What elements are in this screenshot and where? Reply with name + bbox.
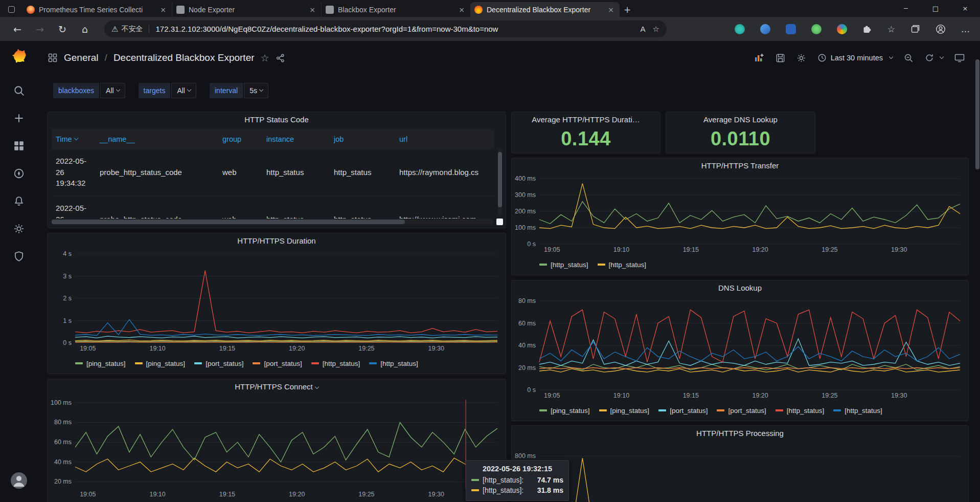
refresh-interval-caret-icon[interactable]	[940, 55, 944, 59]
legend-item[interactable]: [port_status]	[194, 360, 243, 367]
legend-item[interactable]: [http_status]	[598, 261, 647, 269]
alerting-bell-icon[interactable]	[8, 190, 30, 212]
legend-item[interactable]: [port_status]	[658, 407, 708, 414]
tab-close-icon[interactable]: ×	[606, 6, 616, 14]
legend-item[interactable]: [http_status]	[833, 407, 882, 414]
breadcrumb-folder[interactable]: General	[64, 52, 99, 63]
panel-title[interactable]: HTTP Status Code	[48, 112, 506, 127]
configuration-gear-icon[interactable]	[8, 217, 30, 240]
profile-icon[interactable]	[936, 24, 946, 34]
collections-icon[interactable]	[910, 24, 920, 34]
share-icon[interactable]	[276, 53, 285, 63]
panel-title[interactable]: HTTP/HTTPS Duration	[48, 233, 506, 249]
minimize-icon[interactable]: ─	[891, 0, 921, 17]
panel-title[interactable]: HTTP/HTTPS Processing	[512, 426, 968, 441]
refresh-icon[interactable]: ↻	[51, 20, 74, 38]
favorites-icon[interactable]: ☆	[887, 24, 895, 34]
table-cell: http_status	[330, 211, 395, 219]
table-column-header[interactable]: job	[330, 135, 395, 143]
legend-item[interactable]: [ping_status]	[135, 360, 186, 367]
table-column-header[interactable]: group	[218, 135, 262, 143]
url-text[interactable]: 172.31.2.102:3000/d/NgEq8C0Zz/decentrali…	[155, 25, 633, 33]
variable-value-dropdown[interactable]: All	[100, 83, 125, 98]
star-dashboard-icon[interactable]: ☆	[261, 52, 269, 63]
zoom-out-icon[interactable]	[904, 53, 914, 63]
dashboards-icon[interactable]	[8, 135, 30, 157]
panel-title[interactable]: Average HTTP/HTTPS Durati…	[512, 112, 660, 127]
variable-value-dropdown[interactable]: All	[171, 83, 196, 98]
security-label[interactable]: 不安全	[121, 25, 143, 34]
dashboard-settings-gear-icon[interactable]	[796, 53, 806, 63]
add-panel-icon[interactable]	[754, 53, 764, 63]
cycle-view-monitor-icon[interactable]	[954, 53, 965, 63]
save-icon[interactable]	[776, 53, 785, 63]
scrollbar-corner[interactable]	[496, 219, 503, 225]
processing-chart[interactable]: 800 ms19:0519:1019:1519:2019:2519:30	[515, 442, 965, 502]
dashboard-title[interactable]: Decentralized Blackbox Exporter	[113, 52, 255, 63]
table-column-header[interactable]: instance	[262, 135, 330, 143]
chart-legend: [ping_status][ping_status][port_status][…	[75, 358, 502, 368]
server-admin-shield-icon[interactable]	[8, 245, 30, 268]
grafana-logo[interactable]	[10, 47, 28, 66]
tab-actions-icon[interactable]	[0, 2, 22, 17]
forward-icon[interactable]: →	[29, 20, 51, 38]
refresh-dashboard-icon[interactable]	[925, 53, 934, 62]
extension-icon-2[interactable]	[760, 24, 770, 34]
add-favorite-icon[interactable]: ☆	[653, 25, 659, 34]
extension-icon-3[interactable]	[786, 24, 796, 34]
back-icon[interactable]: ←	[6, 20, 29, 38]
settings-menu-icon[interactable]: …	[961, 24, 970, 34]
browser-tab[interactable]: Decentralized Blackbox Exporter ×	[470, 2, 620, 17]
legend-item[interactable]: [port_status]	[253, 360, 302, 367]
maximize-icon[interactable]: □	[921, 0, 950, 17]
tab-close-icon[interactable]: ×	[457, 6, 466, 14]
explore-compass-icon[interactable]	[8, 162, 30, 185]
table-column-header[interactable]: Time	[52, 135, 96, 143]
page-scrollbar[interactable]	[975, 41, 980, 502]
apps-grid-icon[interactable]	[48, 53, 58, 63]
svg-text:19:10: 19:10	[149, 491, 165, 498]
legend-item[interactable]: [http_status]	[776, 407, 825, 414]
legend-item[interactable]: [http_status]	[539, 261, 588, 269]
duration-chart[interactable]: 4 s3 s2 s1 s0 s19:0519:1019:1519:2019:25…	[51, 250, 503, 352]
time-range-picker[interactable]: Last 30 minutes	[817, 53, 893, 62]
legend-item[interactable]: [http_status]	[311, 360, 360, 367]
read-aloud-icon[interactable]: A	[641, 25, 646, 33]
scrollbar-thumb[interactable]	[975, 59, 979, 169]
address-bar[interactable]: ⚠ 不安全 172.31.2.102:3000/d/NgEq8C0Zz/dece…	[104, 20, 667, 37]
table-column-header[interactable]: __name__	[96, 135, 218, 143]
browser-tab[interactable]: Prometheus Time Series Collecti ×	[22, 2, 172, 17]
create-plus-icon[interactable]	[8, 107, 30, 129]
panel-title[interactable]: HTTP/HTTPS Connect	[48, 379, 506, 395]
panel-title[interactable]: Average DNS Lookup	[666, 112, 815, 127]
legend-item[interactable]: [http_status]	[369, 360, 418, 367]
user-avatar[interactable]	[11, 472, 27, 489]
new-tab-button[interactable]: +	[620, 2, 635, 17]
extension-ic: on-1[interactable]	[735, 24, 745, 34]
transfer-chart[interactable]: 400 ms300 ms200 ms100 ms0 s19:0519:1019:…	[515, 174, 965, 253]
close-icon[interactable]: ×	[950, 0, 980, 17]
table-column-header[interactable]: url	[395, 135, 494, 143]
legend-item[interactable]: [port_status]	[717, 407, 766, 414]
legend-item[interactable]: [ping_status]	[75, 360, 126, 367]
browser-tab[interactable]: Blackbox Exporter ×	[321, 2, 470, 17]
tab-close-icon[interactable]: ×	[308, 6, 317, 14]
connect-chart[interactable]: 100 ms80 ms60 ms40 ms20 ms19:0519:1019:1…	[51, 396, 503, 498]
security-warning-icon[interactable]: ⚠	[111, 25, 118, 34]
dns-chart[interactable]: 80 ms60 ms40 ms20 ms0 s19:0519:1019:1519…	[515, 297, 965, 399]
browser-tab[interactable]: Node Exporter ×	[172, 2, 321, 17]
panel-title[interactable]: DNS Lookup	[512, 280, 968, 296]
extension-icon-4[interactable]	[811, 24, 822, 34]
extensions-puzzle-icon[interactable]	[862, 24, 872, 34]
legend-item[interactable]: [ping_status]	[599, 407, 650, 414]
variable-value-dropdown[interactable]: 5s	[244, 83, 268, 98]
extension-icon-5[interactable]	[837, 24, 847, 34]
panel-title[interactable]: HTTP/HTTPS Transfer	[512, 158, 968, 173]
table-horizontal-scrollbar[interactable]	[52, 220, 493, 224]
home-icon[interactable]: ⌂	[74, 20, 96, 38]
panel-menu-caret-icon[interactable]	[315, 385, 319, 389]
search-icon[interactable]	[8, 79, 30, 102]
tab-close-icon[interactable]: ×	[158, 6, 168, 14]
table-vertical-scrollbar[interactable]	[498, 149, 502, 215]
legend-item[interactable]: [ping_status]	[539, 407, 590, 414]
